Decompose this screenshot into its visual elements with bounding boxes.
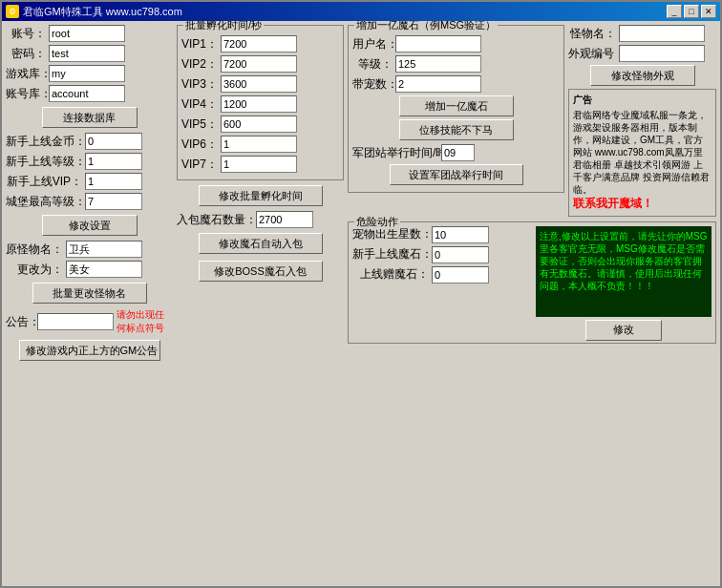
- vip5-input[interactable]: [221, 116, 297, 133]
- ad-link[interactable]: 联系我开魔域！: [573, 196, 711, 212]
- appearance-label: 外观编号：: [568, 46, 616, 62]
- password-label: 密码：: [6, 46, 46, 62]
- newline-stone-row: 新手上线魔石：: [352, 246, 528, 263]
- monster-name-input[interactable]: [619, 25, 705, 42]
- newbie-vip-input[interactable]: [85, 173, 142, 190]
- orig-monster-input[interactable]: [66, 241, 142, 258]
- newbie-gold-input[interactable]: [85, 133, 142, 150]
- danger-right: 注意,修改以上设置前，请先让你的MSG里各客官充无限，MSG修改魔石是否需要验证…: [536, 226, 711, 341]
- vip3-input[interactable]: [221, 75, 297, 93]
- add-million-button[interactable]: 增加一亿魔石: [399, 95, 514, 116]
- modify-danger-row: 修改: [536, 320, 711, 341]
- online-gift-label: 上线赠魔石：: [352, 266, 429, 283]
- level-label: 等级：: [352, 56, 393, 73]
- vip3-label: VIP3：: [181, 76, 218, 93]
- city-maxlevel-label: 城堡最高等级：: [6, 194, 82, 210]
- add-million-group: 增加一亿魔石（例MSG验证） 用户名： 等级： 带宠数：: [348, 25, 564, 193]
- mostone-input[interactable]: [256, 211, 313, 228]
- left-panel: 账号： 密码： 游戏库： 账号库： 连接数据库 新手上线金币：: [6, 25, 173, 582]
- pet-star-label: 宠物出生星数：: [352, 226, 429, 242]
- batch-change-button[interactable]: 批量更改怪物名: [32, 283, 147, 304]
- modify-autopack-button[interactable]: 修改魔石自动入包: [199, 233, 323, 254]
- vip2-input[interactable]: [221, 55, 297, 73]
- far-right-section: 怪物名： 外观编号： 修改怪物外观 广告 君临网络专业魔域私服一条龙，游戏架设服…: [568, 25, 716, 217]
- add-million-btn-row: 增加一亿魔石: [352, 95, 560, 116]
- mostone-label: 入包魔石数量：: [177, 212, 253, 228]
- change-to-input[interactable]: [66, 261, 142, 278]
- level-row: 等级：: [352, 55, 560, 73]
- move-skill-button[interactable]: 位移技能不下马: [399, 119, 514, 140]
- vip7-input[interactable]: [221, 156, 297, 173]
- account-input[interactable]: [49, 25, 125, 42]
- online-gift-row: 上线赠魔石：: [352, 266, 528, 284]
- connect-button[interactable]: 连接数据库: [42, 107, 138, 128]
- set-army-btn-row: 设置军团战举行时间: [352, 164, 560, 185]
- minimize-button[interactable]: _: [667, 5, 682, 18]
- orig-monster-row: 原怪物名：: [6, 241, 173, 258]
- ad-box: 广告 君临网络专业魔域私服一条龙，游戏架设服务器相用，版本制作，网站建设，GM工…: [568, 89, 716, 217]
- monster-name-row: 怪物名：: [568, 25, 716, 42]
- title-bar: ⚙ 君临GM特殊工具 www.uc798.com _ □ ✕: [2, 2, 720, 21]
- pet-star-input[interactable]: [432, 226, 489, 243]
- modify-autopack-row: 修改魔石自动入包: [177, 233, 344, 254]
- army-time-input[interactable]: [441, 144, 475, 161]
- pet-count-row: 带宠数：: [352, 75, 560, 93]
- announcement-row: 公告： 请勿出现任何标点符号: [6, 308, 173, 335]
- appearance-row: 外观编号：: [568, 45, 716, 62]
- gamedb-row: 游戏库：: [6, 65, 173, 82]
- modify-appearance-row: 修改怪物外观: [568, 65, 716, 86]
- monster-name-label: 怪物名：: [568, 26, 616, 42]
- warning-box: 注意,修改以上设置前，请先让你的MSG里各客官充无限，MSG修改魔石是否需要验证…: [536, 226, 711, 317]
- pet-count-input[interactable]: [395, 75, 481, 93]
- vip3-row: VIP3：: [181, 75, 339, 93]
- batch-change-row: 批量更改怪物名: [6, 283, 173, 304]
- vip4-row: VIP4：: [181, 95, 339, 113]
- modify-danger-button[interactable]: 修改: [585, 320, 662, 341]
- close-button[interactable]: ✕: [701, 5, 716, 18]
- level-input[interactable]: [395, 55, 481, 73]
- modify-announcement-button[interactable]: 修改游戏内正上方的GM公告: [19, 340, 160, 361]
- vip1-label: VIP1：: [181, 36, 218, 52]
- ad-text: 君临网络专业魔域私服一条龙，游戏架设服务器相用，版本制作，网站建设，GM工具，官…: [573, 109, 711, 196]
- vip7-row: VIP7：: [181, 156, 339, 173]
- change-to-label: 更改为：: [6, 262, 63, 278]
- add-million-title: 增加一亿魔石（例MSG验证）: [354, 21, 498, 32]
- account-label: 账号：: [6, 26, 46, 42]
- army-time-row: 军团站举行时间/时: [352, 144, 560, 161]
- modify-bosspack-button[interactable]: 修改BOSS魔石入包: [199, 261, 323, 282]
- set-army-button[interactable]: 设置军团战举行时间: [390, 164, 523, 185]
- vip6-row: VIP6：: [181, 136, 339, 153]
- mostone-row: 入包魔石数量：: [177, 211, 344, 228]
- newbie-level-input[interactable]: [85, 153, 142, 170]
- newbie-vip-label: 新手上线VIP：: [6, 174, 82, 190]
- modify-hatch-row: 修改批量孵化时间: [177, 185, 344, 206]
- newline-stone-input[interactable]: [432, 246, 489, 263]
- appearance-input[interactable]: [619, 45, 705, 62]
- modify-announcement-row: 修改游戏内正上方的GM公告: [6, 340, 173, 361]
- window-title: 君临GM特殊工具 www.uc798.com: [23, 5, 182, 19]
- password-input[interactable]: [49, 45, 125, 62]
- modify-appearance-button[interactable]: 修改怪物外观: [590, 65, 695, 86]
- newbie-gold-row: 新手上线金币：: [6, 133, 173, 150]
- online-gift-input[interactable]: [432, 266, 489, 284]
- top-right-sections: 增加一亿魔石（例MSG验证） 用户名： 等级： 带宠数：: [348, 25, 716, 217]
- vip1-input[interactable]: [221, 35, 297, 52]
- accountdb-input[interactable]: [49, 85, 125, 102]
- maximize-button[interactable]: □: [684, 5, 699, 18]
- modify-bosspack-row: 修改BOSS魔石入包: [177, 261, 344, 282]
- city-maxlevel-row: 城堡最高等级：: [6, 193, 173, 210]
- newbie-level-row: 新手上线等级：: [6, 153, 173, 170]
- modify-settings-button[interactable]: 修改设置: [42, 215, 138, 236]
- username-row: 用户名：: [352, 35, 560, 52]
- vip6-input[interactable]: [221, 136, 297, 153]
- password-row: 密码：: [6, 45, 173, 62]
- announcement-input[interactable]: [37, 313, 114, 330]
- move-skill-btn-row: 位移技能不下马: [352, 119, 560, 140]
- danger-left: 宠物出生星数： 新手上线魔石： 上线赠魔石：: [352, 226, 528, 341]
- city-maxlevel-input[interactable]: [85, 193, 142, 210]
- vip4-input[interactable]: [221, 95, 297, 113]
- username-input[interactable]: [395, 35, 481, 52]
- modify-hatch-button[interactable]: 修改批量孵化时间: [199, 185, 323, 206]
- gamedb-input[interactable]: [49, 65, 125, 82]
- vip6-label: VIP6：: [181, 136, 218, 153]
